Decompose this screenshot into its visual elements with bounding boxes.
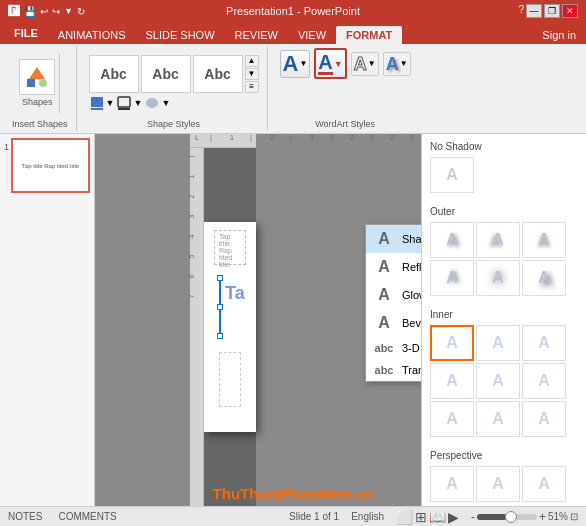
inner-grid: A A A A A A A A A [430,323,578,439]
zoom-level: 51% [548,511,568,522]
shape-fill-controls: ▼ ▼ ▼ [89,95,259,111]
status-bar-right: Slide 1 of 1 English ⬜ ⊞ 📖 ▶ - + 51% ⊡ [289,509,578,525]
slide-title-box[interactable]: Tap title Rap tited title [214,230,246,265]
repeat-icon[interactable]: ↻ [77,6,85,17]
handle-tm[interactable] [217,275,223,281]
outer-shadow-3[interactable]: A [522,222,566,258]
text-fill-button[interactable]: A ▼ [314,48,346,79]
inner-shadow-6[interactable]: A [522,363,566,399]
shadow-none-item[interactable]: A [430,157,474,193]
shape-fill-btn[interactable]: ▼ [89,95,115,111]
rotation-menu-label: 3-D Rotation [402,342,421,354]
text-effects-button[interactable]: A ▼ [383,52,411,76]
shape-styles-down[interactable]: ▼ [245,68,259,80]
dropdown-reflection-item[interactable]: A Reflection ▶ [366,253,421,281]
insert-shapes-group: Shapes Insert Shapes [4,46,77,131]
shape-style-1[interactable]: Abc [89,55,139,93]
text-outline-button[interactable]: A ▼ [351,52,379,76]
inner-shadow-1[interactable]: A [430,325,474,361]
reflection-menu-icon: A [374,258,394,276]
comments-button[interactable]: COMMENTS [58,511,116,522]
perspective-shadow-2[interactable]: A [476,466,520,502]
reflection-menu-label: Reflection [402,261,421,273]
redo-icon[interactable]: ↪ [52,6,60,17]
slideshow-icon[interactable]: ▶ [448,509,459,525]
tab-slideshow[interactable]: SLIDE SHOW [135,26,224,44]
shape-styles-more[interactable]: ≡ [245,81,259,93]
inner-shadow-7[interactable]: A [430,401,474,437]
quick-styles-button[interactable]: A ▼ [280,50,311,78]
slide-canvas-area[interactable]: Tap title Rap tited title Ta [204,148,256,506]
slide-thumbnail-1[interactable]: Tap title Rap tited title [11,138,90,193]
zoom-in-icon[interactable]: + [539,510,546,524]
outer-shadow-5[interactable]: A [476,260,520,296]
slide-thumb-content: Tap title Rap tited title [20,161,81,171]
minimize-button[interactable]: — [526,4,542,18]
tab-animations[interactable]: ANIMATIONS [48,26,136,44]
shape-style-2[interactable]: Abc [141,55,191,93]
slide-sorter-icon[interactable]: ⊞ [415,509,427,525]
reading-view-icon[interactable]: 📖 [429,509,446,525]
save-icon[interactable]: 💾 [24,6,36,17]
slide-info: Slide 1 of 1 [289,511,339,522]
dropdown-glow-item[interactable]: A Glow ▶ [366,281,421,309]
outer-shadow-2[interactable]: A [476,222,520,258]
dropdown-shadow-item[interactable]: A Shadow ▶ [366,225,421,253]
dropdown-3d-rotation-item[interactable]: abc 3-D Rotation ▶ [366,337,421,359]
view-controls: ⬜ ⊞ 📖 ▶ [396,509,459,525]
zoom-slider[interactable] [477,514,537,520]
glow-menu-label: Glow [402,289,421,301]
inner-shadow-4[interactable]: A [430,363,474,399]
fit-slide-icon[interactable]: ⊡ [570,511,578,522]
title-bar: 🅿 💾 ↩ ↪ ▼ ↻ Presentation1 - PowerPoint ?… [0,0,586,22]
outer-shadow-6[interactable]: A [522,260,566,296]
handle-bm[interactable] [217,333,223,339]
dropdown-bevel-item[interactable]: A Bevel ▶ [366,309,421,337]
normal-view-icon[interactable]: ⬜ [396,509,413,525]
notes-button[interactable]: NOTES [8,511,42,522]
tab-signin[interactable]: Sign in [532,26,586,44]
inner-shadow-5[interactable]: A [476,363,520,399]
rotation-menu-icon: abc [374,342,394,354]
zoom-out-icon[interactable]: - [471,510,475,524]
perspective-shadow-1[interactable]: A [430,466,474,502]
main-area: 1 Tap title Rap tited title L | 1 | 2 | … [0,134,586,506]
perspective-shadow-3[interactable]: A [522,466,566,502]
bevel-menu-icon: A [374,314,394,332]
slide-number-1: 1 [4,142,9,152]
inner-shadow-2[interactable]: A [476,325,520,361]
help-button[interactable]: ? [518,4,524,18]
outer-shadow-1[interactable]: A [430,222,474,258]
no-shadow-section: No Shadow A [422,134,586,199]
shadow-panel-scroll[interactable]: No Shadow A Outer A A A A A A [422,134,586,506]
tab-review[interactable]: REVIEW [225,26,288,44]
inner-shadow-3[interactable]: A [522,325,566,361]
shape-style-3[interactable]: Abc [193,55,243,93]
outer-shadow-4[interactable]: A [430,260,474,296]
shape-effects-btn[interactable]: ▼ [144,95,170,111]
shape-styles-up[interactable]: ▲ [245,55,259,67]
slide-selected-box[interactable]: Ta [219,277,221,337]
shape-outline-btn[interactable]: ▼ [116,95,142,111]
handle-mr[interactable] [217,304,223,310]
no-shadow-a-icon: A [446,166,458,184]
dropdown-transform-item[interactable]: abc Transform ▶ [366,359,421,381]
inner-shadow-8[interactable]: A [476,401,520,437]
customize-icon[interactable]: ▼ [64,6,73,16]
status-bar: NOTES COMMENTS Slide 1 of 1 English ⬜ ⊞ … [0,506,586,526]
undo-icon[interactable]: ↩ [40,6,48,17]
shapes-label: Shapes [22,97,53,107]
insert-shapes-content: Shapes [19,48,60,117]
zoom-slider-thumb[interactable] [505,511,517,523]
shapes-button[interactable] [19,59,55,95]
tab-format[interactable]: FORMAT [336,26,402,44]
restore-button[interactable]: ❐ [544,4,560,18]
title-bar-left: 🅿 💾 ↩ ↪ ▼ ↻ [8,4,85,18]
ribbon-divider [59,53,60,113]
slide-body-box[interactable] [219,352,241,407]
slide-canvas: Tap title Rap tited title Ta [204,222,256,432]
close-button[interactable]: ✕ [562,4,578,18]
tab-file[interactable]: FILE [4,22,48,44]
tab-view[interactable]: VIEW [288,26,336,44]
inner-shadow-9[interactable]: A [522,401,566,437]
